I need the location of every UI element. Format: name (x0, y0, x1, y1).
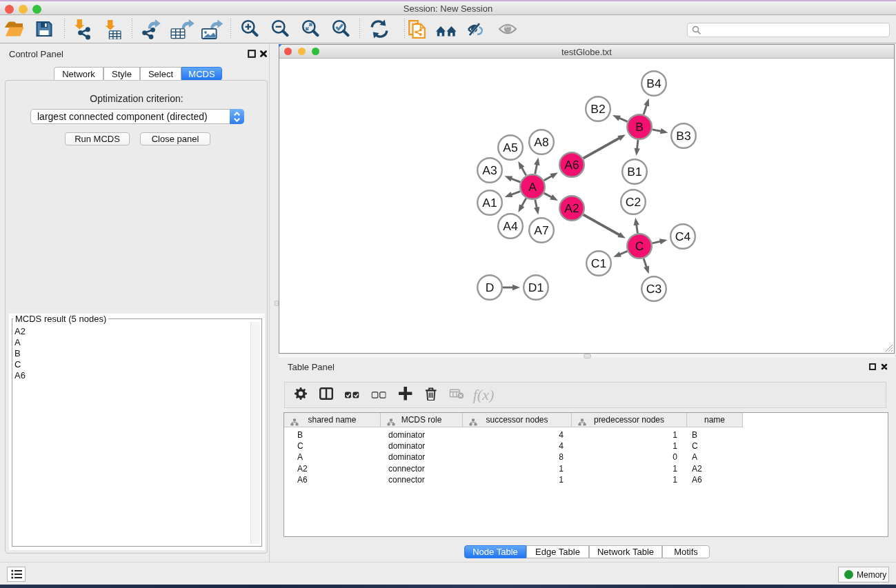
svg-text:B3: B3 (676, 129, 690, 143)
svg-text:A4: A4 (503, 219, 518, 233)
svg-text:C4: C4 (675, 230, 691, 243)
svg-text:C: C (635, 239, 644, 253)
svg-text:A5: A5 (503, 141, 517, 154)
svg-text:A7: A7 (534, 223, 548, 237)
svg-text:A: A (528, 180, 537, 194)
svg-text:B: B (635, 120, 644, 134)
svg-text:A2: A2 (564, 201, 579, 215)
svg-text:A3: A3 (482, 163, 497, 177)
svg-text:A8: A8 (534, 135, 548, 149)
svg-text:C1: C1 (591, 256, 606, 270)
svg-text:B2: B2 (590, 102, 605, 116)
svg-text:D1: D1 (528, 281, 544, 294)
svg-text:B1: B1 (627, 165, 641, 179)
svg-text:C2: C2 (626, 195, 641, 209)
svg-text:D: D (486, 281, 495, 294)
svg-text:A1: A1 (482, 196, 497, 210)
svg-text:A6: A6 (564, 158, 579, 172)
svg-text:B4: B4 (646, 77, 661, 90)
svg-text:C3: C3 (646, 282, 661, 296)
